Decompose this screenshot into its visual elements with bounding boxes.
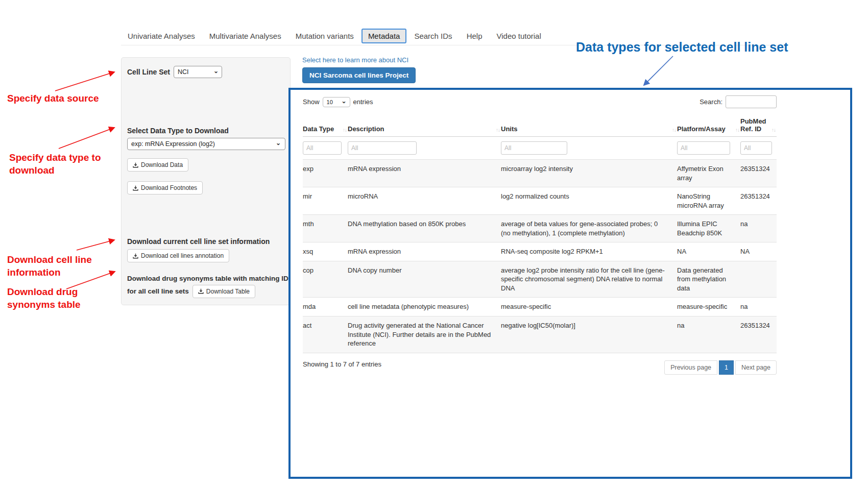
data-type-label: Select Data Type to Download	[127, 127, 284, 135]
column-header-platform-assay[interactable]: Platform/Assay↑↓	[677, 114, 740, 137]
cell-pubmed-ref-id: 26351324	[740, 160, 777, 187]
red-arrow-specify-data-type	[59, 128, 114, 149]
sort-icon: ↑↓	[672, 127, 676, 133]
data-types-highlight-box: Show 10 ⌄ entries Search:	[288, 88, 852, 479]
download-icon	[133, 162, 138, 168]
filter-input-units[interactable]	[501, 141, 567, 155]
red-arrow-download-cell-line	[77, 240, 114, 250]
sort-icon: ↑↓	[343, 127, 347, 133]
cell-data-type: mda	[303, 298, 348, 316]
table-row: mth DNA methylation based on 850K probes…	[303, 215, 777, 242]
cell-units: average of beta values for gene-associat…	[501, 215, 677, 242]
next-page-button[interactable]: Next page	[735, 360, 777, 375]
cell-platform-assay: Data generated from methylation data	[677, 261, 740, 298]
red-arrow-specify-data-source	[55, 72, 114, 91]
cell-platform-assay: Illumina EPIC Beadchip 850K	[677, 215, 740, 242]
data-types-table-widget: Show 10 ⌄ entries Search:	[303, 95, 777, 375]
cell-data-type: mir	[303, 187, 348, 215]
cell-pubmed-ref-id: 26351324	[740, 187, 777, 215]
download-data-label: Download Data	[141, 161, 183, 168]
table-row: mir microRNA log2 normalized counts Nano…	[303, 187, 777, 215]
previous-page-button[interactable]: Previous page	[664, 360, 717, 375]
sort-icon: ↑↓	[771, 127, 776, 133]
column-header-description[interactable]: Description↑↓	[348, 114, 501, 137]
cell-description: microRNA	[348, 187, 501, 215]
search-input[interactable]	[726, 95, 777, 108]
download-cell-lines-annotation-label: Download cell lines annotation	[141, 252, 224, 259]
tab-mutation-variants[interactable]: Mutation variants	[289, 29, 360, 43]
table-row: exp mRNA expression microarray log2 inte…	[303, 160, 777, 187]
download-table-button[interactable]: Download Table	[192, 285, 255, 298]
download-icon	[133, 185, 138, 191]
column-header-data-type[interactable]: Data Type↑↓	[303, 114, 348, 137]
cell-units: log2 normalized counts	[501, 187, 677, 215]
table-row: cop DNA copy number average log2 probe i…	[303, 261, 777, 298]
tab-multivariate-analyses[interactable]: Multivariate Analyses	[203, 29, 288, 43]
annotation-data-types-title: Data types for selected cell line set	[576, 40, 788, 55]
drug-synonyms-heading-line2: for all cell line sets	[127, 287, 189, 295]
search-label: Search:	[700, 98, 722, 106]
cell-line-info-heading: Download current cell line set informati…	[127, 237, 284, 246]
cell-platform-assay: na	[677, 316, 740, 353]
cell-data-type: exp	[303, 160, 348, 187]
cell-line-set-label: Cell Line Set	[127, 68, 170, 76]
cell-line-set-select[interactable]: NCI	[174, 66, 222, 78]
data-types-table: Data Type↑↓ Description↑↓ Units↑↓ Platfo…	[303, 114, 777, 353]
cell-pubmed-ref-id: 26351324	[740, 316, 777, 353]
cell-description: DNA copy number	[348, 261, 501, 298]
current-page-button[interactable]: 1	[719, 360, 734, 375]
column-header-pubmed-ref-id[interactable]: PubMed Ref. ID↑↓	[740, 114, 777, 137]
cell-pubmed-ref-id	[740, 261, 777, 298]
sort-icon: ↑↓	[735, 127, 739, 133]
annotation-specify-data-type: Specify data type to download	[9, 152, 114, 177]
entries-label: entries	[353, 98, 373, 106]
sort-icon: ↑↓	[496, 127, 500, 133]
cell-units: average log2 probe intensity ratio for t…	[501, 261, 677, 298]
cell-platform-assay: Affymetrix Exon array	[677, 160, 740, 187]
cell-data-type: cop	[303, 261, 348, 298]
cell-data-type: mth	[303, 215, 348, 242]
cell-units: negative log[IC50(molar)]	[501, 316, 677, 353]
tab-help[interactable]: Help	[460, 29, 489, 43]
pagination: Previous page 1 Next page	[664, 360, 777, 375]
blue-arrow-data-types	[644, 56, 673, 85]
table-body: exp mRNA expression microarray log2 inte…	[303, 160, 777, 353]
nci-sarcoma-project-button[interactable]: NCI Sarcoma cell lines Project	[302, 67, 416, 83]
cell-units: microarray log2 intensity	[501, 160, 677, 187]
column-label: PubMed Ref. ID	[740, 117, 766, 133]
tab-video-tutorial[interactable]: Video tutorial	[490, 29, 547, 43]
column-header-units[interactable]: Units↑↓	[501, 114, 677, 137]
page-size-select[interactable]: 10	[323, 97, 350, 107]
table-row: xsq mRNA expression RNA-seq composite lo…	[303, 242, 777, 261]
show-label: Show	[303, 98, 320, 106]
drug-synonyms-heading: Download drug synonyms table with matchi…	[127, 273, 284, 298]
cell-platform-assay: NA	[677, 242, 740, 261]
column-filter-row	[303, 137, 777, 160]
download-footnotes-button[interactable]: Download Footnotes	[127, 181, 203, 194]
filter-input-data-type[interactable]	[303, 141, 342, 155]
cell-description: mRNA expression	[348, 160, 501, 187]
annotation-download-drug-synonyms: Download drug synonyms table	[7, 286, 94, 311]
column-label: Platform/Assay	[677, 125, 726, 133]
cell-pubmed-ref-id: na	[740, 215, 777, 242]
download-icon	[133, 253, 138, 259]
data-type-select[interactable]: exp: mRNA Expression (log2)	[127, 138, 285, 150]
tab-univariate-analyses[interactable]: Univariate Analyses	[121, 29, 202, 43]
download-cell-lines-annotation-button[interactable]: Download cell lines annotation	[127, 249, 229, 262]
tab-search-ids[interactable]: Search IDs	[407, 29, 459, 43]
filter-input-platform-assay[interactable]	[677, 141, 730, 155]
sidebar-panel: Cell Line Set NCI ⌄ Select Data Type to …	[121, 57, 291, 305]
filter-input-description[interactable]	[348, 141, 417, 155]
cell-platform-assay: NanoString microRNA array	[677, 187, 740, 215]
tab-metadata[interactable]: Metadata	[361, 29, 407, 43]
learn-more-link[interactable]: Select here to learn more about NCI	[302, 56, 408, 64]
cell-pubmed-ref-id: NA	[740, 242, 777, 261]
filter-input-pubmed-ref-id[interactable]	[740, 141, 772, 155]
cell-pubmed-ref-id: na	[740, 298, 777, 316]
table-header-row: Data Type↑↓ Description↑↓ Units↑↓ Platfo…	[303, 114, 777, 137]
cell-description: mRNA expression	[348, 242, 501, 261]
download-table-label: Download Table	[206, 288, 250, 295]
download-data-button[interactable]: Download Data	[127, 158, 188, 172]
cell-data-type: xsq	[303, 242, 348, 261]
column-label: Units	[501, 125, 518, 133]
